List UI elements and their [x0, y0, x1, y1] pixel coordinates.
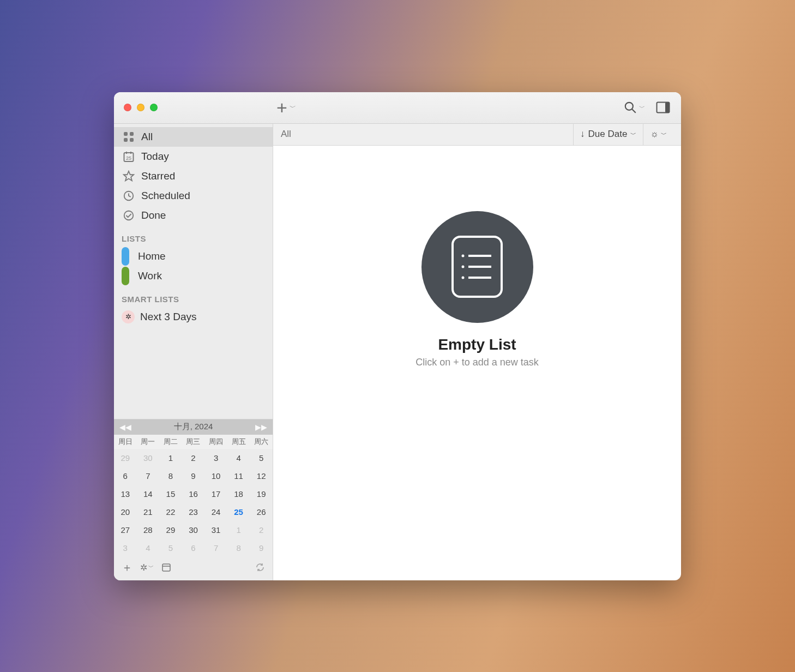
calendar-day[interactable]: 27 — [114, 521, 137, 539]
list-title: All — [281, 129, 291, 140]
calendar-day[interactable]: 4 — [227, 449, 250, 467]
lists-section-header: LISTS — [114, 225, 273, 247]
calendar-day[interactable]: 30 — [137, 449, 160, 467]
close-window-button[interactable] — [124, 104, 131, 111]
settings-button[interactable]: ✲﹀ — [140, 562, 154, 573]
calendar-day-header: 周二 — [159, 435, 182, 449]
main-toolbar: All ↓ Due Date ﹀ ☼ ﹀ — [273, 124, 681, 146]
calendar-day[interactable]: 3 — [204, 449, 227, 467]
calendar-day[interactable]: 12 — [250, 467, 273, 485]
search-button[interactable]: ﹀ — [623, 100, 645, 115]
calendar-day[interactable]: 29 — [114, 449, 137, 467]
star-icon — [122, 169, 136, 183]
sidebar-list-work[interactable]: Work — [114, 266, 273, 286]
calendar-day[interactable]: 23 — [182, 503, 205, 521]
sidebar-nav-scheduled[interactable]: Scheduled — [114, 186, 273, 206]
calendar-day[interactable]: 17 — [204, 485, 227, 503]
calendar-day[interactable]: 8 — [227, 539, 250, 557]
calendar-day[interactable]: 24 — [204, 503, 227, 521]
calendar-day[interactable]: 19 — [250, 485, 273, 503]
sidebar-list-label: Home — [138, 250, 166, 262]
minimize-window-button[interactable] — [137, 104, 144, 111]
calendar-day[interactable]: 16 — [182, 485, 205, 503]
chevron-down-icon: ﹀ — [630, 130, 636, 139]
svg-rect-15 — [162, 564, 170, 571]
chevron-down-icon: ﹀ — [290, 103, 296, 112]
sidebar-nav-label: Done — [141, 209, 166, 221]
calendar-day[interactable]: 1 — [159, 449, 182, 467]
calendar-day[interactable]: 9 — [182, 467, 205, 485]
sort-icon: ↓ — [580, 129, 585, 140]
sidebar-nav-starred[interactable]: Starred — [114, 166, 273, 186]
svg-rect-7 — [130, 138, 134, 142]
svg-marker-12 — [124, 171, 134, 180]
sync-button[interactable] — [255, 562, 265, 572]
grid-icon — [122, 130, 136, 144]
calendar-day[interactable]: 31 — [204, 521, 227, 539]
calendar-day[interactable]: 3 — [114, 539, 137, 557]
calendar-day[interactable]: 14 — [137, 485, 160, 503]
calendar-today-icon: 25 — [122, 149, 136, 164]
window-controls — [124, 104, 158, 111]
chevron-down-icon: ﹀ — [661, 130, 667, 139]
svg-point-22 — [462, 277, 465, 279]
sidebar-list-home[interactable]: Home — [114, 247, 273, 266]
calendar-day[interactable]: 7 — [204, 539, 227, 557]
calendar-day[interactable]: 11 — [227, 467, 250, 485]
main-panel: All ↓ Due Date ﹀ ☼ ﹀ — [273, 124, 681, 580]
toggle-panel-button[interactable] — [656, 101, 670, 113]
calendar-day-header: 周六 — [250, 435, 273, 449]
zoom-window-button[interactable] — [150, 104, 158, 111]
list-color-chip — [122, 247, 129, 266]
sidebar-nav-label: Today — [141, 151, 169, 163]
calendar-day[interactable]: 7 — [137, 467, 160, 485]
calendar-day[interactable]: 13 — [114, 485, 137, 503]
calendar-day[interactable]: 6 — [114, 467, 137, 485]
calendar-day[interactable]: 9 — [250, 539, 273, 557]
calendar-next-month-button[interactable]: ▶▶ — [255, 423, 267, 431]
calendar-day-header: 周日 — [114, 435, 137, 449]
sidebar-nav-today[interactable]: 25Today — [114, 147, 273, 166]
titlebar: + ﹀ ﹀ — [114, 92, 681, 124]
add-task-button[interactable]: + ﹀ — [276, 98, 296, 117]
calendar-day[interactable]: 5 — [250, 449, 273, 467]
calendar-prev-month-button[interactable]: ◀◀ — [119, 423, 131, 431]
calendar-view-button[interactable] — [161, 562, 171, 572]
calendar-day[interactable]: 15 — [159, 485, 182, 503]
calendar-day[interactable]: 20 — [114, 503, 137, 521]
calendar-day[interactable]: 30 — [182, 521, 205, 539]
calendar-day[interactable]: 2 — [250, 521, 273, 539]
svg-rect-4 — [124, 132, 128, 136]
sort-button[interactable]: ↓ Due Date ﹀ — [573, 123, 643, 145]
sidebar-smartlist-item[interactable]: ✲Next 3 Days — [114, 307, 273, 327]
add-list-button[interactable]: ＋ — [122, 560, 132, 575]
calendar-day[interactable]: 4 — [137, 539, 160, 557]
calendar-day[interactable]: 22 — [159, 503, 182, 521]
svg-rect-5 — [130, 132, 134, 136]
calendar-day-header: 周一 — [137, 435, 160, 449]
calendar-month-label: 十月, 2024 — [174, 422, 213, 432]
svg-rect-6 — [124, 138, 128, 142]
empty-list-icon — [421, 211, 533, 323]
calendar-day[interactable]: 10 — [204, 467, 227, 485]
calendar-day[interactable]: 28 — [137, 521, 160, 539]
calendar-day[interactable]: 8 — [159, 467, 182, 485]
sidebar-nav-all[interactable]: All — [114, 127, 273, 147]
svg-text:25: 25 — [126, 155, 131, 161]
calendar-day[interactable]: 29 — [159, 521, 182, 539]
sidebar-nav-done[interactable]: Done — [114, 206, 273, 225]
display-options-button[interactable]: ☼ ﹀ — [643, 123, 673, 145]
sidebar-nav-label: Scheduled — [141, 190, 190, 202]
calendar-day[interactable]: 2 — [182, 449, 205, 467]
calendar-day[interactable]: 21 — [137, 503, 160, 521]
calendar-day[interactable]: 6 — [182, 539, 205, 557]
calendar-day[interactable]: 1 — [227, 521, 250, 539]
calendar-day[interactable]: 18 — [227, 485, 250, 503]
calendar-day[interactable]: 26 — [250, 503, 273, 521]
gear-icon: ✲ — [140, 562, 147, 573]
sidebar-nav-label: Starred — [141, 170, 175, 182]
empty-subtitle: Click on + to add a new task — [415, 357, 539, 368]
calendar-day[interactable]: 5 — [159, 539, 182, 557]
sidebar-smartlist-label: Next 3 Days — [140, 311, 196, 323]
calendar-day[interactable]: 25 — [227, 503, 250, 521]
